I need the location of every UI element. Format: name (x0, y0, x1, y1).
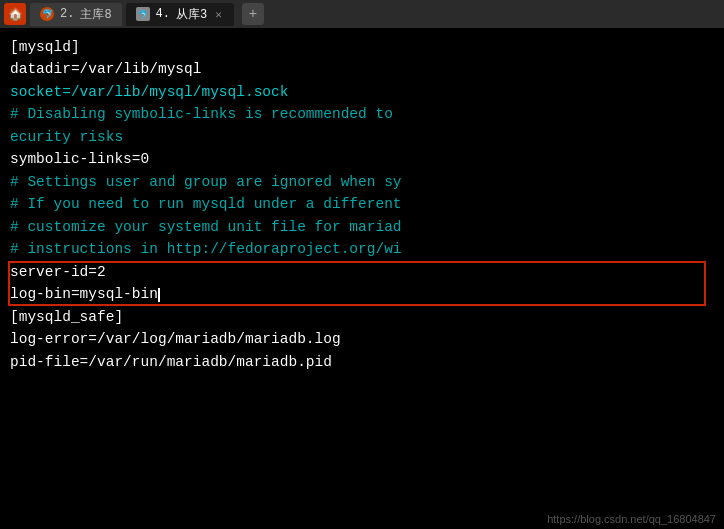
watermark: https://blog.csdn.net/qq_16804847 (547, 513, 716, 525)
code-line-11: server-id=2 (10, 261, 714, 283)
code-line-10: # instructions in http://fedoraproject.o… (10, 238, 714, 260)
main-db-icon: 🐬 (40, 7, 54, 21)
new-tab-button[interactable]: + (242, 3, 264, 25)
tab-main-label: 2. (60, 7, 74, 21)
code-line-9: # customize your systemd unit file for m… (10, 216, 714, 238)
code-line-1: [mysqld] (10, 36, 714, 58)
code-line-15: pid-file=/var/run/mariadb/mariadb.pid (10, 351, 714, 373)
editor-content: [mysqld] datadir=/var/lib/mysql socket=/… (0, 28, 724, 529)
code-line-12: log-bin=mysql-bin (10, 283, 714, 305)
code-line-6: symbolic-links=0 (10, 148, 714, 170)
slave-tab-icon: 🐬 (136, 7, 150, 21)
text-cursor (158, 288, 160, 303)
window: 🏠 🐬 2. 主库8 🐬 4. 从库3 ✕ + [mysqld] (0, 0, 724, 529)
title-bar: 🏠 🐬 2. 主库8 🐬 4. 从库3 ✕ + (0, 0, 724, 28)
code-line-14: log-error=/var/log/mariadb/mariadb.log (10, 328, 714, 350)
code-line-3: socket=/var/lib/mysql/mysql.sock (10, 81, 714, 103)
tab-slave[interactable]: 🐬 4. 从库3 ✕ (126, 3, 234, 26)
code-line-2: datadir=/var/lib/mysql (10, 58, 714, 80)
main-tab-icon: 🐬 (40, 7, 54, 21)
code-line-5: ecurity risks (10, 126, 714, 148)
tab-main[interactable]: 🐬 2. 主库8 (30, 3, 122, 26)
highlighted-block: server-id=2 log-bin=mysql-bin (10, 261, 714, 306)
code-line-8: # If you need to run mysqld under a diff… (10, 193, 714, 215)
title-bar-left: 🏠 (4, 3, 26, 25)
code-line-4: # Disabling symbolic-links is recommende… (10, 103, 714, 125)
code-line-7: # Settings user and group are ignored wh… (10, 171, 714, 193)
tab-slave-name: 从库3 (176, 6, 207, 23)
tab-slave-label: 4. (156, 7, 170, 21)
tab-close-button[interactable]: ✕ (213, 8, 224, 21)
slave-db-icon: 🐬 (136, 7, 150, 21)
home-icon[interactable]: 🏠 (4, 3, 26, 25)
tab-main-name: 主库8 (80, 6, 111, 23)
code-line-13: [mysqld_safe] (10, 306, 714, 328)
